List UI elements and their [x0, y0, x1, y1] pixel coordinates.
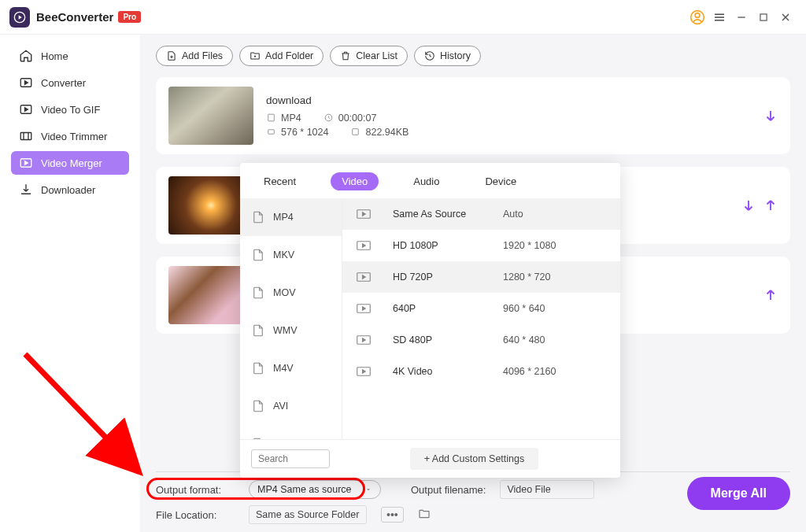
screen-icon [357, 241, 371, 250]
history-button[interactable]: History [414, 46, 481, 66]
format-list: MP4 MKV MOV WMV M4V AVI MPG [240, 198, 342, 439]
tab-video[interactable]: Video [331, 172, 379, 190]
add-custom-settings-button[interactable]: + Add Custom Settings [410, 448, 539, 470]
thumbnail [168, 87, 253, 145]
arrow-up-icon[interactable] [763, 288, 778, 302]
sidebar-item-label: Video Merger [41, 157, 102, 169]
sidebar-item-video-merger[interactable]: Video Merger [11, 151, 129, 175]
format-mkv[interactable]: MKV [240, 236, 342, 274]
popup-tabs: Recent Video Audio Device [240, 163, 620, 198]
screen-icon [357, 272, 371, 282]
chevron-down-icon [364, 486, 372, 493]
merge-all-button[interactable]: Merge All [687, 477, 790, 510]
sidebar-item-video-to-gif[interactable]: Video To GIF [11, 98, 129, 121]
clear-list-button[interactable]: Clear List [330, 46, 408, 66]
toolbar: Add Files Add Folder Clear List History [156, 46, 790, 66]
resolution-480p[interactable]: SD 480P640 * 480 [342, 324, 620, 356]
arrow-down-icon[interactable] [741, 198, 756, 212]
output-format-select[interactable]: MP4 Same as source [249, 480, 381, 499]
svg-rect-20 [268, 114, 275, 121]
size-icon [350, 127, 360, 137]
merger-icon [19, 156, 33, 170]
arrow-up-icon[interactable] [763, 198, 778, 212]
clock-icon [324, 113, 334, 123]
folder-plus-icon [250, 50, 261, 61]
sidebar: Home Converter Video To GIF Video Trimme… [0, 35, 140, 532]
format-wmv[interactable]: WMV [240, 312, 342, 349]
format-avi[interactable]: AVI [240, 387, 342, 425]
home-icon [19, 49, 33, 63]
file-duration: 00:00:07 [324, 113, 377, 124]
svg-rect-12 [20, 133, 31, 140]
user-icon[interactable] [686, 6, 708, 28]
tab-recent[interactable]: Recent [253, 172, 307, 190]
maximize-icon[interactable] [752, 6, 775, 28]
sidebar-item-home[interactable]: Home [11, 44, 129, 68]
sidebar-item-label: Downloader [41, 184, 95, 196]
resolution-same-as-source[interactable]: Same As SourceAuto [342, 198, 620, 230]
add-files-button[interactable]: Add Files [156, 46, 233, 66]
arrow-down-icon[interactable] [763, 109, 778, 123]
resolution-720p[interactable]: HD 720P1280 * 720 [342, 261, 620, 293]
format-m4v[interactable]: M4V [240, 349, 342, 387]
sidebar-item-downloader[interactable]: Downloader [11, 178, 129, 201]
file-dimensions: 576 * 1024 [266, 127, 328, 138]
app-title: BeeConverter [36, 10, 113, 24]
resolution-list: Same As SourceAuto HD 1080P1920 * 1080 H… [342, 198, 620, 439]
svg-rect-23 [353, 129, 359, 135]
file-icon [251, 360, 265, 376]
file-format: MP4 [266, 113, 301, 124]
dimensions-icon [266, 127, 276, 137]
file-icon [266, 113, 276, 123]
resolution-1080p[interactable]: HD 1080P1920 * 1080 [342, 230, 620, 261]
file-size: 822.94KB [350, 127, 409, 138]
close-icon[interactable] [775, 6, 797, 28]
sidebar-item-label: Video Trimmer [41, 131, 107, 142]
screen-icon [357, 209, 371, 219]
svg-point-2 [695, 13, 700, 17]
output-format-label: Output format: [156, 484, 235, 496]
format-search-input[interactable] [251, 449, 330, 468]
resolution-4k[interactable]: 4K Video4096 * 2160 [342, 356, 620, 387]
file-icon [251, 436, 265, 439]
screen-icon [357, 304, 371, 313]
format-mov[interactable]: MOV [240, 274, 342, 312]
screen-icon [357, 367, 371, 376]
open-folder-icon[interactable] [418, 508, 431, 523]
file-icon [251, 285, 265, 301]
trimmer-icon [19, 129, 33, 143]
file-row[interactable]: download MP4 00:00:07 576 * 1024 822.94K… [156, 77, 790, 154]
format-popup: Recent Video Audio Device MP4 MKV MOV WM… [240, 163, 620, 478]
file-location-label: File Location: [156, 509, 235, 521]
reorder-controls [763, 288, 778, 302]
download-icon [19, 183, 33, 197]
output-filename-label: Output filename: [411, 484, 486, 496]
converter-icon [19, 76, 33, 90]
browse-button[interactable]: ••• [381, 507, 404, 523]
output-filename-input[interactable]: Video File [500, 480, 594, 499]
tab-audio[interactable]: Audio [402, 172, 450, 190]
sidebar-item-converter[interactable]: Converter [11, 71, 129, 94]
file-plus-icon [166, 50, 177, 61]
minimize-icon[interactable] [730, 6, 752, 28]
menu-icon[interactable] [708, 6, 730, 28]
file-icon [251, 398, 265, 414]
svg-rect-22 [268, 130, 275, 134]
tab-device[interactable]: Device [474, 172, 527, 190]
trash-icon [340, 50, 351, 61]
file-icon [251, 323, 265, 338]
reorder-controls [741, 198, 778, 212]
format-mpg[interactable]: MPG [240, 425, 342, 439]
sidebar-item-label: Home [41, 50, 68, 62]
format-mp4[interactable]: MP4 [240, 198, 342, 236]
pro-badge: Pro [118, 11, 141, 23]
file-location-input[interactable]: Same as Source Folder [249, 505, 367, 524]
titlebar: BeeConverter Pro [0, 0, 806, 35]
resolution-640p[interactable]: 640P960 * 640 [342, 293, 620, 324]
add-folder-button[interactable]: Add Folder [239, 46, 324, 66]
sidebar-item-video-trimmer[interactable]: Video Trimmer [11, 124, 129, 148]
sidebar-item-label: Video To GIF [41, 104, 100, 116]
app-logo [9, 7, 30, 28]
file-icon [251, 209, 265, 225]
svg-rect-7 [760, 13, 767, 20]
